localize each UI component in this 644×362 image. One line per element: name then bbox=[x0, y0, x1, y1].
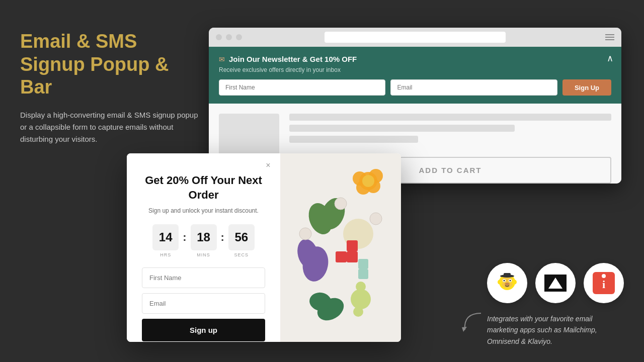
product-line-3 bbox=[289, 136, 418, 143]
svg-point-29 bbox=[504, 280, 505, 281]
countdown-minutes-value: 18 bbox=[191, 224, 217, 250]
svg-marker-41 bbox=[462, 327, 467, 332]
klaviyo-logo bbox=[544, 275, 567, 292]
product-line-1 bbox=[289, 114, 611, 121]
svg-rect-14 bbox=[347, 240, 358, 251]
svg-point-32 bbox=[498, 280, 503, 285]
arrow-curve-icon bbox=[461, 311, 484, 333]
klaviyo-icon-circle bbox=[535, 263, 576, 303]
svg-text:i: i bbox=[602, 278, 605, 291]
popup-email-input[interactable] bbox=[142, 293, 265, 314]
integrations-section: i Integrates with your favorite email ma… bbox=[487, 263, 624, 347]
svg-point-24 bbox=[370, 213, 382, 225]
svg-rect-35 bbox=[504, 273, 511, 277]
browser-menu-icon bbox=[605, 34, 614, 40]
newsletter-collapse-button[interactable]: ∧ bbox=[607, 53, 613, 64]
popup-signup-button[interactable]: Sign up bbox=[142, 319, 265, 341]
popup-toy-image bbox=[280, 153, 401, 342]
countdown-hours-value: 14 bbox=[152, 224, 179, 250]
newsletter-form: Sign Up bbox=[219, 79, 611, 96]
newsletter-header: ✉ Join Our Newsletter & Get 10% OFF bbox=[219, 55, 611, 63]
countdown-sep-1: : bbox=[183, 231, 186, 244]
browser-url-bar bbox=[325, 32, 506, 43]
popup-modal: × Get 20% Off Your Next Order Sign up an… bbox=[127, 153, 401, 342]
countdown-timer: 14 HRS : 18 MINS : 56 SECS bbox=[152, 224, 255, 257]
main-title: Email & SMS Signup Popup & Bar bbox=[20, 30, 201, 99]
left-section: Email & SMS Signup Popup & Bar Display a… bbox=[20, 30, 201, 145]
omnisend-logo: i bbox=[593, 272, 615, 294]
svg-point-21 bbox=[353, 307, 363, 317]
mailchimp-logo bbox=[495, 271, 519, 295]
countdown-minutes-label: MINS bbox=[197, 252, 210, 257]
svg-point-23 bbox=[335, 198, 347, 210]
browser-titlebar bbox=[209, 28, 621, 47]
newsletter-title: Join Our Newsletter & Get 10% OFF bbox=[229, 55, 357, 63]
countdown-minutes: 18 MINS bbox=[191, 224, 217, 257]
countdown-hours-label: HRS bbox=[160, 252, 171, 257]
popup-left-panel: × Get 20% Off Your Next Order Sign up an… bbox=[127, 153, 280, 342]
integration-icons: i bbox=[487, 263, 624, 303]
svg-point-6 bbox=[362, 175, 374, 187]
integration-description: Integrates with your favorite email mark… bbox=[487, 313, 618, 347]
svg-rect-15 bbox=[358, 259, 368, 269]
popup-subtitle: Sign up and unlock your instant discount… bbox=[148, 207, 259, 214]
newsletter-email-input[interactable] bbox=[390, 79, 557, 96]
svg-rect-12 bbox=[336, 251, 347, 262]
svg-rect-16 bbox=[358, 269, 368, 279]
countdown-seconds-label: SECS bbox=[234, 252, 249, 257]
svg-rect-19 bbox=[351, 289, 371, 309]
countdown-sep-2: : bbox=[221, 231, 224, 244]
popup-close-button[interactable]: × bbox=[262, 159, 274, 171]
svg-point-22 bbox=[299, 228, 311, 240]
browser-dot-red bbox=[216, 34, 222, 40]
newsletter-signup-button[interactable]: Sign Up bbox=[562, 79, 611, 96]
browser-dot-green bbox=[236, 34, 242, 40]
svg-point-40 bbox=[602, 274, 606, 278]
integration-text-wrapper: Integrates with your favorite email mark… bbox=[487, 313, 618, 347]
svg-point-20 bbox=[356, 282, 366, 292]
svg-rect-13 bbox=[347, 251, 358, 262]
popup-title: Get 20% Off Your Next Order bbox=[142, 173, 265, 202]
countdown-seconds-value: 56 bbox=[228, 224, 255, 250]
mailchimp-icon-circle bbox=[487, 263, 527, 303]
svg-point-33 bbox=[512, 280, 517, 285]
omnisend-icon-circle: i bbox=[584, 263, 624, 303]
newsletter-firstname-input[interactable] bbox=[219, 79, 385, 96]
countdown-hours: 14 HRS bbox=[152, 224, 179, 257]
browser-dot-yellow bbox=[226, 34, 232, 40]
product-line-2 bbox=[289, 125, 515, 132]
newsletter-subtitle: Receive exclusive offers directly in you… bbox=[219, 66, 611, 73]
popup-image-panel bbox=[280, 153, 401, 342]
newsletter-bar: ✉ Join Our Newsletter & Get 10% OFF Rece… bbox=[209, 47, 621, 104]
main-description: Display a high-converting email & SMS si… bbox=[20, 109, 201, 145]
countdown-seconds: 56 SECS bbox=[228, 224, 255, 257]
svg-point-31 bbox=[505, 283, 510, 286]
popup-firstname-input[interactable] bbox=[142, 267, 265, 288]
envelope-icon: ✉ bbox=[219, 55, 225, 63]
svg-point-30 bbox=[510, 280, 511, 281]
